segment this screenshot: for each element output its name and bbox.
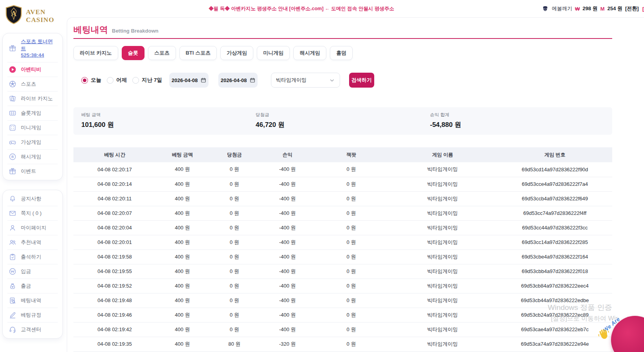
table-cell: 69d53cbe4a97d2836222f164 [498, 249, 612, 264]
date-from-input[interactable]: 2026-04-08 [169, 73, 209, 88]
sidebar-account-item-3[interactable]: 추천내역 [7, 235, 58, 250]
table-cell: -400 원 [260, 162, 315, 177]
sidebar-item-7[interactable]: 이벤트 [7, 164, 58, 178]
sidebar-account-item-2[interactable]: 마이페이지 [7, 221, 58, 235]
user-icon [8, 224, 17, 232]
sidebar-item-label: 해시게임 [21, 153, 41, 160]
sidebar-account-item-9[interactable]: 고객센터 [7, 323, 58, 337]
filter-bar: 오늘어제지난 7일 2026-04-08 2026-04-08 빅타임게이밍 검… [73, 73, 612, 88]
period-radio-0[interactable]: 오늘 [81, 77, 101, 84]
calendar-icon [250, 77, 255, 83]
tab-3[interactable]: BTI 스포츠 [179, 46, 217, 60]
tab-2[interactable]: 스포츠 [148, 46, 176, 60]
table-cell: -400 원 [260, 235, 315, 249]
provider-select[interactable]: 빅타임게이밍 [271, 73, 340, 88]
sidebar-account-item-6[interactable]: 출금 [7, 279, 58, 293]
gamepad-icon [8, 138, 17, 147]
tab-4[interactable]: 가상게임 [220, 46, 253, 60]
tournament-timer: 525:38:44 [21, 52, 57, 59]
summary-label: 당첨금 [256, 112, 430, 118]
sidebar-account-item-4[interactable]: 출석하기 [7, 250, 58, 264]
table-cell: 빅타임게이밍 [388, 322, 498, 337]
sidebar-account-item-5[interactable]: 입금 [7, 264, 58, 279]
tab-6[interactable]: 해시게임 [293, 46, 326, 60]
table-cell: 400 원 [156, 279, 209, 293]
mask-icon [542, 5, 549, 13]
summary-card: 베팅 금액 101,600 원 당첨금 46,720 원 손익 합계 -54,8… [73, 107, 612, 135]
sidebar-item-0[interactable]: 아벤티비 [7, 62, 58, 77]
summary-value: 46,720 원 [256, 120, 430, 129]
sidebar-account-item-7[interactable]: 베팅내역 [7, 293, 58, 308]
summary-value: 101,600 원 [81, 120, 256, 129]
table-cell: 69d53cbb4a97d2836222f018 [498, 264, 612, 279]
m-amount: 254 원 [607, 5, 622, 12]
tab-7[interactable]: 홀덤 [330, 46, 353, 60]
table-cell: 0 원 [209, 191, 260, 206]
table-cell: 04-08 02:20:01 [73, 235, 156, 249]
table-cell: 0 원 [315, 220, 388, 235]
sidebar-item-1[interactable]: 스포츠 [7, 77, 58, 92]
summary-label: 베팅 금액 [81, 112, 256, 118]
table-cell: 빅타임게이밍 [388, 264, 498, 279]
table-cell: 빅타임게이밍 [388, 279, 498, 293]
table-cell: 0 원 [209, 206, 260, 220]
tab-0[interactable]: 라이브 카지노 [73, 46, 118, 60]
attendance-icon [8, 253, 17, 261]
wallet-info: 에볼깨기 ₩ 298 원 M 254 원 [전환] [ [536, 5, 644, 13]
table-cell: -400 원 [260, 220, 315, 235]
table-cell: 빅타임게이밍 [388, 177, 498, 191]
date-to-input[interactable]: 2026-04-08 [218, 73, 258, 88]
table-row: 04-08 02:20:01400 원0 원-400 원0 원빅타임게이밍69d… [73, 235, 612, 249]
period-radio-group: 오늘어제지난 7일 [81, 77, 162, 84]
sidebar-item-label: 쪽지 ( 0 ) [21, 210, 42, 217]
table-cell: 04-08 02:20:07 [73, 206, 156, 220]
column-header: 게임 번호 [498, 147, 612, 162]
sidebar-item-tournament[interactable]: 스포츠 토너먼트 525:38:44 [7, 35, 58, 62]
sidebar-item-5[interactable]: 가상게임 [7, 135, 58, 150]
brand-logo[interactable]: A AVEN CASINO [0, 0, 67, 31]
summary-label: 손익 합계 [430, 112, 604, 118]
date-from-value: 2026-04-08 [172, 77, 198, 83]
deposit-icon [8, 267, 17, 276]
tab-5[interactable]: 미니게임 [257, 46, 290, 60]
convert-link[interactable]: [전환] [625, 5, 639, 12]
tab-1[interactable]: 슬롯 [122, 46, 145, 60]
search-button[interactable]: 검색하기 [349, 73, 374, 88]
soccer-icon [8, 80, 17, 88]
period-radio-1[interactable]: 어제 [107, 77, 127, 84]
sidebar-item-3[interactable]: 슬롯게임 [7, 106, 58, 121]
mail-icon [8, 209, 17, 218]
table-cell: -320 원 [260, 337, 315, 351]
sidebar-account-item-0[interactable]: 공지사항 [7, 192, 58, 206]
table-cell: 0 원 [315, 264, 388, 279]
table-cell: -400 원 [260, 322, 315, 337]
users-icon [8, 238, 17, 247]
sidebar-item-4[interactable]: 미니게임 [7, 121, 58, 135]
table-cell: 400 원 [156, 337, 209, 351]
table-cell: 빅타임게이밍 [388, 206, 498, 220]
table-cell: 400 원 [156, 191, 209, 206]
table-cell: 0 원 [209, 308, 260, 322]
sidebar-account-item-8[interactable]: 베팅규정 [7, 308, 58, 323]
table-cell: 0 원 [315, 249, 388, 264]
sidebar-item-6[interactable]: B해시게임 [7, 150, 58, 164]
table-row: 04-08 02:20:04400 원0 원-400 원0 원빅타임게이밍69d… [73, 220, 612, 235]
sidebar-item-label: 베팅내역 [21, 297, 41, 304]
brand-name: AVEN CASINO [26, 8, 54, 24]
table-cell: 0 원 [209, 293, 260, 308]
sidebar: A AVEN CASINO 스포츠 토너먼트 525:38:44 아벤티비스포츠… [0, 0, 67, 352]
period-radio-2[interactable]: 지난 7일 [132, 77, 162, 84]
table-row: 04-08 02:19:48400 원0 원-400 원0 원빅타임게이밍69d… [73, 293, 612, 308]
radio-label: 어제 [116, 77, 127, 84]
table-cell: 0 원 [315, 293, 388, 308]
column-header: 잭팟 [315, 147, 388, 162]
cards-icon [8, 94, 17, 103]
table-cell: 04-08 02:20:14 [73, 177, 156, 191]
partial-link[interactable]: [ [642, 6, 644, 12]
table-cell: 400 원 [156, 235, 209, 249]
calendar-icon [201, 77, 206, 83]
sidebar-item-label: 미니게임 [21, 124, 41, 131]
sidebar-item-2[interactable]: 라이브 카지노 [7, 92, 58, 106]
sidebar-account-item-1[interactable]: 쪽지 ( 0 ) [7, 206, 58, 221]
table-cell: -400 원 [260, 293, 315, 308]
